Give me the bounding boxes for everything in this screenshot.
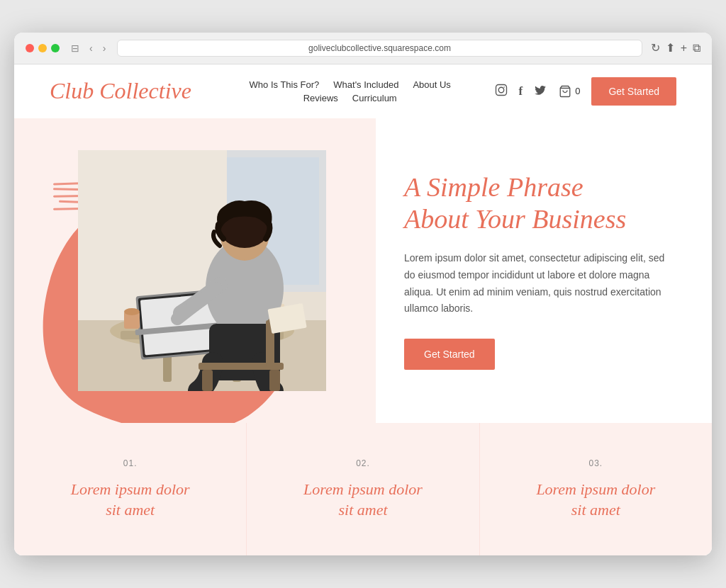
facebook-icon[interactable]: f: [519, 84, 523, 98]
nav-curriculum[interactable]: Curriculum: [352, 93, 397, 103]
svg-rect-26: [269, 370, 280, 391]
browser-chrome: ⊟ ‹ › goliveclubcollective.squarespace.c…: [14, 33, 712, 64]
svg-rect-25: [202, 370, 213, 391]
forward-button[interactable]: ›: [100, 41, 109, 55]
feature-number-2: 02.: [275, 458, 450, 468]
browser-controls: ⊟ ‹ ›: [68, 41, 108, 55]
nav-row-2: Reviews Curriculum: [303, 93, 397, 103]
sidebar-toggle-button[interactable]: ⊟: [68, 41, 82, 55]
cart-area[interactable]: 0: [558, 85, 580, 98]
feature-number-3: 03.: [508, 458, 683, 468]
feature-item-2: 02. Lorem ipsum dolor sit amet: [247, 423, 479, 555]
nav-about-us[interactable]: About Us: [413, 79, 450, 90]
header: Club Collective Who Is This For? What's …: [14, 64, 712, 118]
back-button[interactable]: ‹: [86, 41, 96, 55]
features-section: 01. Lorem ipsum dolor sit amet 02. Lorem…: [14, 423, 712, 555]
tabs-button[interactable]: ⧉: [693, 42, 700, 55]
close-button[interactable]: [26, 44, 34, 52]
nav-who-is-this-for[interactable]: Who Is This For?: [250, 79, 320, 90]
hero-description: Lorem ipsum dolor sit amet, consectetur …: [404, 250, 669, 317]
traffic-lights: [26, 44, 60, 52]
feature-item-3: 03. Lorem ipsum dolor sit amet: [480, 423, 712, 555]
svg-rect-0: [496, 84, 506, 95]
feature-title-3: Lorem ipsum dolor sit amet: [508, 480, 683, 520]
feature-title-1: Lorem ipsum dolor sit amet: [43, 480, 218, 520]
logo[interactable]: Club Collective: [50, 78, 191, 104]
browser-window: ⊟ ‹ › goliveclubcollective.squarespace.c…: [14, 33, 712, 555]
nav-center: Who Is This For? What's Included About U…: [206, 79, 495, 103]
hero-cta-button[interactable]: Get Started: [404, 339, 495, 370]
address-bar[interactable]: goliveclubcollective.squarespace.com: [117, 40, 642, 57]
svg-point-18: [124, 308, 140, 315]
cart-count: 0: [575, 86, 580, 96]
nav-reviews[interactable]: Reviews: [303, 93, 338, 103]
hero-right: A Simple Phrase About Your Business Lore…: [376, 118, 712, 423]
new-tab-button[interactable]: +: [681, 42, 687, 55]
reload-button[interactable]: ↻: [651, 41, 660, 55]
feature-number-1: 01.: [43, 458, 218, 468]
svg-point-2: [503, 86, 505, 88]
nav-row-1: Who Is This For? What's Included About U…: [250, 79, 451, 90]
hero-section: A Simple Phrase About Your Business Lore…: [14, 118, 712, 423]
hero-image: [78, 150, 326, 391]
maximize-button[interactable]: [51, 44, 60, 52]
share-button[interactable]: ⬆: [666, 41, 675, 55]
twitter-icon[interactable]: [534, 84, 547, 99]
feature-title-2: Lorem ipsum dolor sit amet: [275, 480, 450, 520]
svg-point-1: [498, 87, 504, 93]
minimize-button[interactable]: [38, 44, 47, 52]
hero-left: [14, 118, 376, 423]
browser-actions: ↻ ⬆ + ⧉: [651, 41, 700, 55]
hero-title: A Simple Phrase About Your Business: [404, 171, 669, 236]
feature-item-1: 01. Lorem ipsum dolor sit amet: [14, 423, 247, 555]
nav-whats-included[interactable]: What's Included: [333, 79, 398, 90]
nav-right: f 0 Get Started: [495, 77, 677, 106]
hero-photo-svg: [78, 150, 326, 391]
header-get-started-button[interactable]: Get Started: [591, 77, 676, 106]
instagram-icon[interactable]: [495, 84, 508, 99]
website-content: Club Collective Who Is This For? What's …: [14, 64, 712, 555]
